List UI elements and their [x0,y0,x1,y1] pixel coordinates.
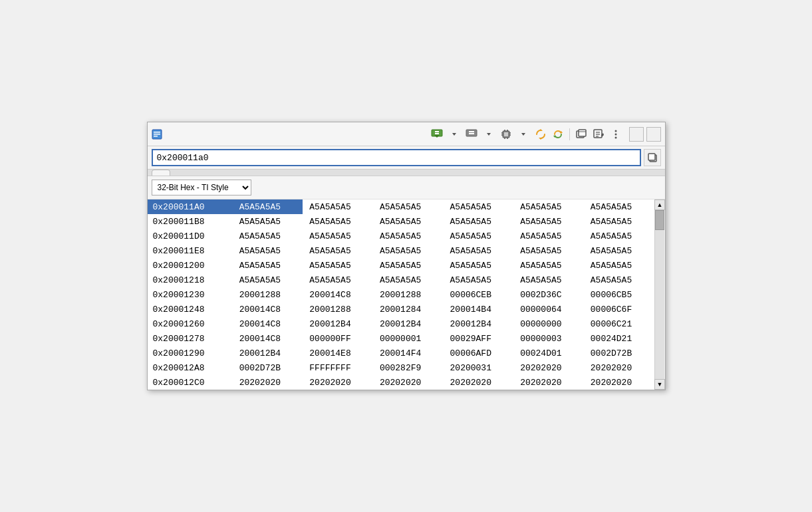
memory-value[interactable]: A5A5A5A5 [303,258,373,273]
memory-address[interactable]: 0x200011D0 [148,229,233,243]
sync-button[interactable] [550,126,566,142]
memory-value[interactable]: A5A5A5A5 [373,258,444,273]
memory-value[interactable]: A5A5A5A5 [444,258,514,273]
memory-value[interactable]: 20001288 [373,287,444,302]
memory-value[interactable]: 200012B4 [444,317,514,331]
memory-value[interactable]: A5A5A5A5 [444,214,514,229]
memory-value[interactable]: 00000003 [513,331,584,346]
memory-address[interactable]: 0x20001278 [148,331,233,346]
memory-value[interactable]: A5A5A5A5 [513,273,584,287]
memory-value[interactable]: 0002D36C [513,287,584,302]
dropdown-2-button[interactable] [481,126,497,142]
memory-value[interactable]: A5A5A5A5 [513,243,584,258]
memory-value[interactable]: A5A5A5A5 [584,199,654,214]
memory-value[interactable]: A5A5A5A5 [373,214,444,229]
memory-value[interactable]: A5A5A5A5 [233,229,303,243]
memory-value[interactable]: 20200031 [444,360,514,375]
memory-value[interactable]: A5A5A5A5 [444,243,514,258]
memory-value[interactable]: 000000FF [303,331,373,346]
memory-value[interactable]: A5A5A5A5 [513,229,584,243]
memory-value[interactable]: 20202020 [303,375,373,390]
memory-value[interactable]: 200014C8 [233,302,303,317]
memory-value[interactable]: 200014F4 [373,346,444,360]
memory-address[interactable]: 0x20001290 [148,346,233,360]
memory-value[interactable]: 20001288 [303,302,373,317]
memory-value[interactable]: A5A5A5A5 [233,273,303,287]
address-input[interactable] [152,149,641,166]
memory-value[interactable]: 0002D72B [233,360,303,375]
memory-value[interactable]: 200014C8 [233,317,303,331]
minimize-button[interactable] [629,127,644,142]
maximize-button[interactable] [646,127,661,142]
memory-value[interactable]: 00006CB5 [584,287,654,302]
scroll-down-button[interactable]: ▼ [654,379,665,390]
memory-value[interactable]: 20202020 [513,360,584,375]
memory-tab[interactable] [152,170,170,176]
memory-value[interactable]: 20202020 [373,375,444,390]
memory-value[interactable]: A5A5A5A5 [303,229,373,243]
memory-value[interactable]: 00029AFF [444,331,514,346]
memory-value[interactable]: 200012B4 [373,317,444,331]
edit-button[interactable] [591,126,607,142]
memory-value[interactable]: 20202020 [513,375,584,390]
memory-address[interactable]: 0x20001200 [148,258,233,273]
refresh-button[interactable] [533,126,549,142]
dropdown-1-button[interactable] [446,126,462,142]
memory-value[interactable]: 20001288 [233,287,303,302]
scrollbar-thumb[interactable] [655,210,664,230]
memory-value[interactable]: A5A5A5A5 [584,229,654,243]
chip-button[interactable] [498,126,514,142]
step-over-button[interactable] [464,126,479,142]
memory-address[interactable]: 0x200011E8 [148,243,233,258]
memory-value[interactable]: A5A5A5A5 [373,243,444,258]
memory-value[interactable]: A5A5A5A5 [233,243,303,258]
memory-value[interactable]: A5A5A5A5 [233,199,303,214]
memory-value[interactable]: A5A5A5A5 [513,199,584,214]
memory-value[interactable]: 000282F9 [373,360,444,375]
memory-value[interactable]: A5A5A5A5 [513,214,584,229]
memory-value[interactable]: 200012B4 [233,346,303,360]
more-button[interactable] [608,126,624,142]
step-into-button[interactable] [429,126,445,142]
memory-value[interactable]: 00006C6F [584,302,654,317]
memory-value[interactable]: A5A5A5A5 [303,199,373,214]
memory-value[interactable]: 00024D21 [584,331,654,346]
memory-value[interactable]: 200012B4 [303,317,373,331]
scroll-up-button[interactable]: ▲ [654,199,665,210]
memory-address[interactable]: 0x200012A8 [148,360,233,375]
memory-value[interactable]: 200014C8 [303,287,373,302]
new-window-button[interactable] [573,126,589,142]
memory-value[interactable]: 200014B4 [444,302,514,317]
memory-value[interactable]: 200014C8 [233,331,303,346]
memory-value[interactable]: 200014E8 [303,346,373,360]
memory-value[interactable]: 00006CEB [444,287,514,302]
memory-address[interactable]: 0x20001248 [148,302,233,317]
memory-address[interactable]: 0x200011A0 [148,199,233,214]
memory-value[interactable]: 00024D01 [513,346,584,360]
memory-value[interactable]: A5A5A5A5 [584,258,654,273]
memory-value[interactable]: A5A5A5A5 [444,229,514,243]
memory-address[interactable]: 0x200012C0 [148,375,233,390]
memory-value[interactable]: A5A5A5A5 [513,258,584,273]
memory-address[interactable]: 0x20001230 [148,287,233,302]
memory-value[interactable]: A5A5A5A5 [303,214,373,229]
tab-title-close-button[interactable] [170,128,182,140]
memory-value[interactable]: 00000064 [513,302,584,317]
format-select[interactable]: 32-Bit Hex - TI Style 32-Bit Hex 16-Bit … [152,180,251,195]
memory-value[interactable]: A5A5A5A5 [444,199,514,214]
memory-value[interactable]: 00000001 [373,331,444,346]
memory-value[interactable]: A5A5A5A5 [373,229,444,243]
memory-value[interactable]: 0002D72B [584,346,654,360]
memory-value[interactable]: A5A5A5A5 [303,273,373,287]
memory-value[interactable]: A5A5A5A5 [303,243,373,258]
memory-value[interactable]: 00006AFD [444,346,514,360]
memory-value[interactable]: A5A5A5A5 [373,273,444,287]
memory-value[interactable]: 20202020 [584,360,654,375]
memory-value[interactable]: 20202020 [444,375,514,390]
memory-address[interactable]: 0x20001218 [148,273,233,287]
memory-value[interactable]: A5A5A5A5 [233,214,303,229]
address-copy-button[interactable] [644,149,661,166]
memory-value[interactable]: A5A5A5A5 [373,199,444,214]
memory-value[interactable]: FFFFFFFF [303,360,373,375]
memory-value[interactable]: A5A5A5A5 [584,243,654,258]
